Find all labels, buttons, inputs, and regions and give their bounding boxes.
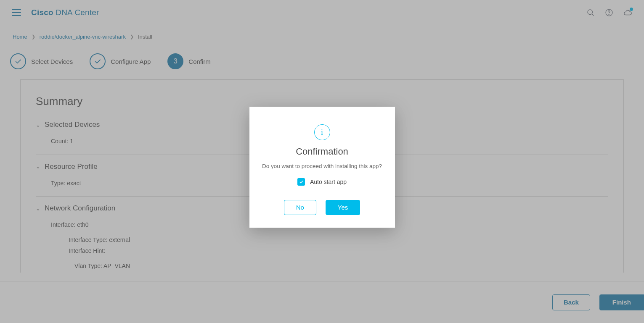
modal-text: Do you want to proceed with installing t… [261, 162, 383, 171]
info-icon: i [314, 124, 330, 140]
yes-button[interactable]: Yes [326, 200, 360, 215]
no-button[interactable]: No [284, 200, 316, 215]
auto-start-row: Auto start app [261, 178, 383, 186]
modal-actions: No Yes [261, 200, 383, 215]
auto-start-checkbox[interactable] [297, 178, 305, 186]
modal-title: Confirmation [261, 146, 383, 157]
confirmation-modal: i Confirmation Do you want to proceed wi… [249, 107, 395, 228]
modal-overlay[interactable]: i Confirmation Do you want to proceed wi… [0, 0, 644, 323]
auto-start-label: Auto start app [310, 179, 347, 185]
